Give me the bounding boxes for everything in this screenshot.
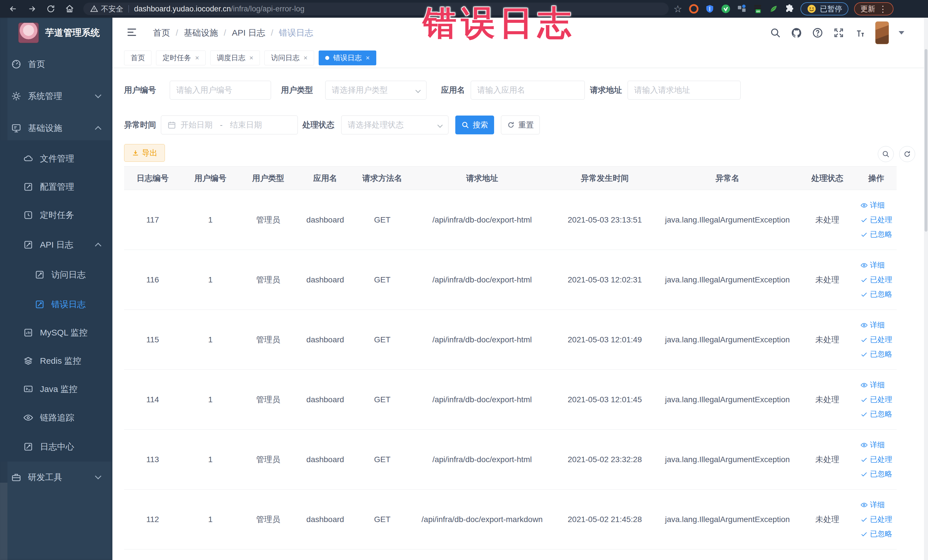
tab-error-log[interactable]: 错误日志× <box>319 50 376 65</box>
breadcrumb-item[interactable]: API 日志 <box>232 27 265 39</box>
tab-scheduled-jobs[interactable]: 定时任务× <box>156 50 206 65</box>
mark-processed-link[interactable]: 已处理 <box>860 514 892 524</box>
page-scrollbar-thumb[interactable] <box>925 49 927 232</box>
mark-ignored-link[interactable]: 已忽略 <box>860 289 892 299</box>
sidebar-item-api-log[interactable]: API 日志 <box>0 235 112 255</box>
sidebar-item-java-monitor[interactable]: Java 监控 <box>0 379 112 400</box>
toggle-search-button[interactable] <box>878 146 894 162</box>
bookmark-star-icon[interactable]: ☆ <box>673 4 683 14</box>
process-status-select[interactable]: 请选择处理状态 <box>341 116 449 134</box>
app-logo-row[interactable]: 芋道管理系统 <box>0 22 112 44</box>
sidebar-item-scheduled-jobs[interactable]: 定时任务 <box>0 205 112 225</box>
sidebar-item-mysql-monitor[interactable]: MySQL 监控 <box>0 322 112 343</box>
paused-profile-button[interactable]: 已暂停 <box>800 2 849 15</box>
sidebar-scrollbar[interactable] <box>0 483 8 560</box>
sidebar-item-file-mgmt[interactable]: 文件管理 <box>0 148 112 169</box>
detail-link[interactable]: 详细 <box>860 440 885 450</box>
mark-processed-link[interactable]: 已处理 <box>860 275 892 285</box>
sidebar-item-tracing[interactable]: 链路追踪 <box>0 407 112 428</box>
reset-button[interactable]: 重置 <box>501 116 540 134</box>
mark-processed-link[interactable]: 已处理 <box>860 395 892 404</box>
mark-processed-link[interactable]: 已处理 <box>860 455 892 464</box>
home-icon[interactable] <box>64 3 75 15</box>
extension-on-badge-icon[interactable]: on <box>752 4 763 14</box>
security-warning[interactable]: 不安全 <box>90 4 123 14</box>
sidebar-item-dev-tools[interactable]: 研发工具 <box>0 467 112 488</box>
extension-shield-icon[interactable] <box>705 4 715 14</box>
reload-icon[interactable] <box>45 3 56 15</box>
mark-ignored-link[interactable]: 已忽略 <box>860 349 892 359</box>
forward-icon[interactable] <box>26 3 38 15</box>
collapse-menu-icon[interactable] <box>125 26 138 40</box>
sidebar-item-label: 定时任务 <box>40 209 74 221</box>
update-browser-button[interactable]: 更新 ⋮ <box>854 2 893 15</box>
mark-ignored-link[interactable]: 已忽略 <box>860 529 892 539</box>
detail-link[interactable]: 详细 <box>860 500 885 510</box>
sidebar-item-access-log[interactable]: 访问日志 <box>0 264 112 285</box>
app-name-input[interactable] <box>477 85 578 95</box>
sidebar-item-error-log[interactable]: 错误日志 <box>0 294 112 315</box>
sidebar-item-system-mgmt[interactable]: 系统管理 <box>0 86 112 107</box>
user-id-input[interactable] <box>176 85 264 95</box>
address-bar[interactable]: 不安全 dashboard.yudao.iocoder.cn/infra/log… <box>83 3 669 15</box>
search-icon[interactable] <box>770 27 781 38</box>
extension-leaf-icon[interactable] <box>769 4 779 14</box>
fullscreen-icon[interactable] <box>833 27 844 38</box>
breadcrumb-item[interactable]: 基础设施 <box>184 27 218 39</box>
mark-ignored-link[interactable]: 已忽略 <box>860 469 892 479</box>
close-icon[interactable]: × <box>249 54 253 62</box>
app-name-input-box[interactable] <box>471 81 585 99</box>
extension-puzzle-icon[interactable] <box>785 4 795 14</box>
close-icon[interactable]: × <box>304 54 308 62</box>
font-size-icon[interactable] <box>854 27 865 38</box>
col-method: 请求方法名 <box>354 166 411 190</box>
avatar[interactable] <box>875 21 889 44</box>
extension-grid-icon[interactable] <box>737 4 747 14</box>
back-icon[interactable] <box>8 3 19 15</box>
security-label: 不安全 <box>101 4 123 14</box>
detail-link[interactable]: 详细 <box>860 320 885 330</box>
page-scrollbar[interactable] <box>924 18 928 560</box>
request-url-input-box[interactable] <box>627 81 740 99</box>
tags-view: 首页 定时任务× 调度日志× 访问日志× 错误日志× <box>112 48 924 68</box>
refresh-table-button[interactable] <box>899 146 915 162</box>
close-icon[interactable]: × <box>366 54 370 62</box>
cell-exception-name: java.lang.IllegalArgumentException <box>656 430 799 490</box>
sidebar-item-redis-monitor[interactable]: Redis 监控 <box>0 351 112 371</box>
user-type-select[interactable]: 请选择用户类型 <box>325 81 426 99</box>
date-start-placeholder: 开始日期 <box>180 119 212 130</box>
extension-green-circle-icon[interactable] <box>720 4 731 14</box>
avatar-caret-icon[interactable] <box>899 31 904 35</box>
check-icon <box>860 351 868 358</box>
detail-link[interactable]: 详细 <box>860 260 885 270</box>
mark-processed-link[interactable]: 已处理 <box>860 335 892 345</box>
mark-ignored-link[interactable]: 已忽略 <box>860 409 892 419</box>
detail-link[interactable]: 详细 <box>860 380 885 390</box>
mark-processed-link[interactable]: 已处理 <box>860 215 892 225</box>
tab-home[interactable]: 首页 <box>124 50 151 65</box>
close-icon[interactable]: × <box>195 54 199 62</box>
request-url-input[interactable] <box>634 85 734 95</box>
tab-schedule-log[interactable]: 调度日志× <box>210 50 260 65</box>
cell-exception-time: 2021-05-03 12:01:45 <box>553 370 656 430</box>
help-icon[interactable] <box>812 27 823 38</box>
sidebar-item-infrastructure[interactable]: 基础设施 <box>0 118 112 138</box>
breadcrumb-item[interactable]: 首页 <box>153 27 170 39</box>
kebab-menu-icon[interactable]: ⋮ <box>879 4 887 14</box>
github-icon[interactable] <box>791 27 802 38</box>
sidebar-item-label: 基础设施 <box>28 122 62 134</box>
extension-orange-icon[interactable] <box>688 4 699 14</box>
table-row: 116 1 管理员 dashboard GET /api/infra/db-do… <box>124 250 897 310</box>
sidebar-item-home[interactable]: 首页 <box>0 54 112 75</box>
tab-access-log[interactable]: 访问日志× <box>264 50 314 65</box>
search-button[interactable]: 搜索 <box>455 116 494 134</box>
detail-link[interactable]: 详细 <box>860 200 885 210</box>
cell-process-status: 未处理 <box>799 490 856 549</box>
user-id-input-box[interactable] <box>170 81 271 99</box>
export-button[interactable]: 导出 <box>124 144 165 162</box>
mark-ignored-link[interactable]: 已忽略 <box>860 229 892 240</box>
date-range-picker[interactable]: 开始日期 - 结束日期 <box>161 116 298 134</box>
sidebar-item-config-mgmt[interactable]: 配置管理 <box>0 177 112 197</box>
cell-user-id: 1 <box>181 430 240 490</box>
sidebar-item-log-center[interactable]: 日志中心 <box>0 436 112 457</box>
